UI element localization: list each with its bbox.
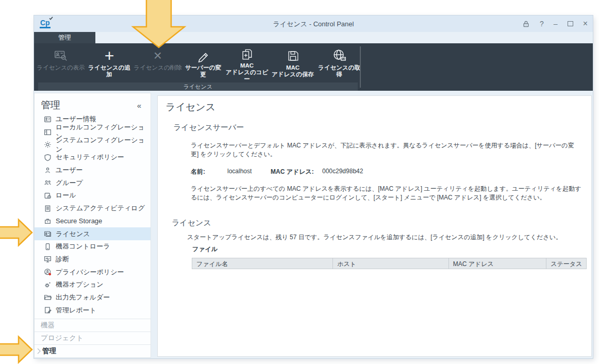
- sidebar-item-label: ロール: [56, 191, 76, 200]
- license-view-icon: [53, 47, 69, 64]
- bottom-nav-devices[interactable]: 機器: [35, 319, 151, 332]
- save-mac-address-button[interactable]: MACアドレスの保存: [270, 43, 315, 82]
- title-bar: Cp ライセンス - Control Panel ? – ×: [34, 15, 593, 32]
- sidebar-item-label: システムコンフィグレーション: [56, 136, 151, 154]
- role-icon: [44, 192, 52, 200]
- privacy-policy-icon: [44, 268, 52, 276]
- mac-address-value: 000c29d98b42: [322, 168, 363, 175]
- column-header-mac-address[interactable]: MAC アドレス: [449, 258, 547, 269]
- sidebar-item-privacy-policy[interactable]: プライバシーポリシー: [35, 266, 151, 278]
- lock-icon[interactable]: [522, 20, 530, 28]
- mac-address-label: MAC アドレス:: [271, 168, 314, 176]
- bottom-nav-projects[interactable]: プロジェクト: [35, 332, 151, 344]
- ribbon-group-separator: [360, 46, 361, 88]
- change-server-button[interactable]: サーバーの変更: [182, 43, 224, 82]
- main-content: ライセンス ライセンスサーバー ライセンスサーバーとデフォルト MAC アドレス…: [157, 95, 592, 357]
- sidebar-item-label: 管理レポート: [56, 306, 96, 315]
- bottom-nav-label: プロジェクト: [41, 334, 84, 343]
- sidebar-item-users[interactable]: ユーザー: [35, 164, 151, 177]
- get-license-button[interactable]: ライセンスの取得: [315, 43, 363, 82]
- sidebar-item-diagnostics[interactable]: 診断: [35, 253, 151, 266]
- button-label: MAC: [272, 64, 314, 71]
- sidebar-item-label: 出力先フォルダー: [56, 293, 110, 302]
- bottom-nav-admin[interactable]: 管理: [35, 344, 151, 357]
- sidebar-item-label: セキュリティポリシー: [56, 153, 124, 162]
- button-label: MAC: [224, 62, 270, 69]
- system-configuration-icon: [44, 141, 52, 148]
- sidebar-item-label: 機器コントローラ: [56, 242, 110, 251]
- sidebar-item-label: ユーザー: [56, 166, 83, 175]
- save-mac-address-icon: [286, 47, 300, 64]
- user-icon: [44, 167, 52, 174]
- name-label: 名前:: [191, 168, 205, 176]
- minimize-button[interactable]: –: [554, 20, 558, 27]
- admin-report-icon: [44, 306, 52, 314]
- user-info-icon: [44, 115, 52, 123]
- help-button[interactable]: ?: [540, 20, 544, 27]
- copy-mac-address-button[interactable]: MACアドレスのコピー: [224, 43, 270, 82]
- security-policy-icon: [44, 154, 52, 161]
- activity-log-icon: [44, 205, 52, 212]
- license-icon: [44, 230, 52, 238]
- sidebar-item-label: グループ: [56, 178, 83, 188]
- column-header-filename[interactable]: ファイル名: [192, 258, 333, 269]
- sidebar-item-license[interactable]: ライセンス: [35, 227, 151, 240]
- column-header-host[interactable]: ホスト: [333, 258, 448, 269]
- sidebar-item-groups[interactable]: グループ: [35, 176, 151, 189]
- app-window: Cp ライセンス - Control Panel ? – × 管理: [34, 15, 593, 358]
- license-server-description: ライセンスサーバーとデフォルト MAC アドレスが、下記に表示されます。異なるラ…: [191, 141, 581, 159]
- sidebar: 管理 « ユーザー情報 ローカルコンフィグレーション システムコンフィグレーショ…: [34, 93, 151, 358]
- add-license-button[interactable]: + ライセンスの追加: [86, 43, 133, 82]
- copy-mac-address-icon: [240, 47, 254, 62]
- delete-license-icon: ×: [154, 47, 162, 64]
- sidebar-title: 管理: [41, 98, 60, 112]
- maximize-icon: [568, 21, 573, 26]
- maximize-button[interactable]: [568, 21, 573, 26]
- screen: Cp ライセンス - Control Panel ? – × 管理: [0, 0, 599, 364]
- license-heading: ライセンス: [172, 218, 211, 228]
- page-title: ライセンス: [165, 101, 215, 114]
- window-title: ライセンス - Control Panel: [34, 20, 593, 29]
- output-folder-icon: [44, 293, 52, 301]
- sidebar-item-device-controller[interactable]: 機器コントローラ: [35, 240, 151, 253]
- sidebar-item-label: 機器オプション: [56, 280, 104, 289]
- button-label: ライセンスの取得: [315, 64, 363, 78]
- group-icon: [44, 179, 52, 187]
- delete-license-button[interactable]: × ライセンスの削除: [133, 43, 182, 82]
- server-name-value: localhost: [227, 168, 252, 175]
- license-server-heading: ライセンスサーバー: [173, 123, 244, 133]
- close-button[interactable]: ×: [583, 20, 588, 28]
- sidebar-item-device-options[interactable]: 機器オプション: [35, 278, 151, 291]
- add-license-icon: +: [105, 47, 114, 64]
- tab-management[interactable]: 管理: [34, 32, 95, 43]
- annotation-arrow-right-admin-nav: [0, 335, 33, 364]
- table-header-row: ファイル名 ホスト MAC アドレス ステータス: [192, 258, 587, 269]
- sidebar-item-output-folder[interactable]: 出力先フォルダー: [35, 291, 151, 304]
- sidebar-item-admin-report[interactable]: 管理レポート: [35, 304, 151, 317]
- annotation-arrow-right-license-item: [0, 218, 33, 247]
- collapse-sidebar-button[interactable]: «: [137, 101, 141, 110]
- license-files-table: ファイル名 ホスト MAC アドレス ステータス: [192, 258, 587, 269]
- column-header-status[interactable]: ステータス: [546, 258, 586, 269]
- sidebar-item-roles[interactable]: ロール: [35, 189, 151, 202]
- sidebar-item-label: ライセンス: [56, 229, 90, 239]
- button-label: ライセンスの削除: [134, 64, 182, 71]
- button-label: サーバーの変更: [182, 64, 224, 78]
- bottom-nav-label: 管理: [42, 346, 56, 356]
- sidebar-item-system-configuration[interactable]: システムコンフィグレーション: [35, 138, 151, 151]
- startup-license-notice: スタートアップライセンスは、残り 57 日です。ライセンスファイルを追加するには…: [187, 233, 578, 242]
- sidebar-item-system-activity-log[interactable]: システムアクティビティログ: [35, 202, 151, 215]
- sidebar-item-label: 診断: [56, 255, 69, 264]
- view-license-button[interactable]: ライセンスの表示: [36, 43, 86, 82]
- diagnostics-icon: [44, 255, 52, 263]
- sidebar-item-label: プライバシーポリシー: [56, 268, 124, 277]
- device-options-icon: [44, 281, 52, 289]
- files-label: ファイル: [192, 245, 218, 254]
- button-label: ライセンスの追加: [86, 64, 133, 78]
- change-server-icon: [196, 47, 210, 64]
- button-label: ライセンスの表示: [37, 64, 85, 71]
- sidebar-item-secure-storage[interactable]: Secure Storage: [35, 215, 151, 228]
- bottom-nav: 機器 プロジェクト 管理: [35, 319, 151, 357]
- ribbon-tab-row: 管理: [34, 32, 593, 43]
- secure-storage-icon: [44, 217, 52, 225]
